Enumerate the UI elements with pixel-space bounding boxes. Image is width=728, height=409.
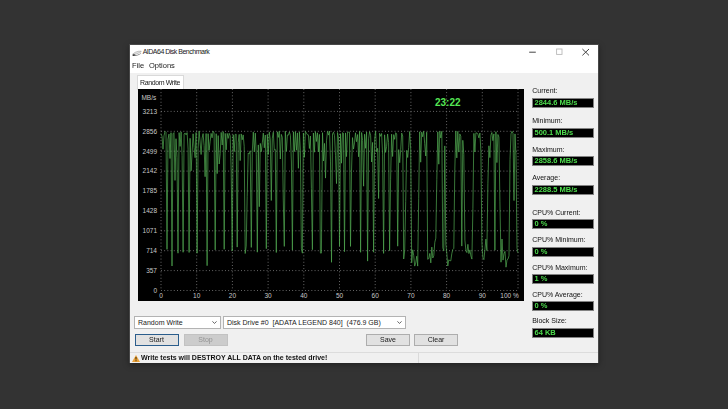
svg-text:0: 0 xyxy=(153,287,157,294)
svg-text:10: 10 xyxy=(193,292,201,299)
svg-text:357: 357 xyxy=(146,267,157,274)
svg-text:30: 30 xyxy=(264,292,272,299)
svg-text:70: 70 xyxy=(407,292,415,299)
svg-text:3213: 3213 xyxy=(142,108,157,115)
svg-text:80: 80 xyxy=(442,292,450,299)
svg-text:100 %: 100 % xyxy=(500,292,519,299)
svg-text:0: 0 xyxy=(159,292,163,299)
svg-text:2499: 2499 xyxy=(142,148,157,155)
svg-text:MB/s: MB/s xyxy=(141,94,157,101)
svg-text:2856: 2856 xyxy=(142,128,157,135)
svg-text:90: 90 xyxy=(478,292,486,299)
svg-text:2142: 2142 xyxy=(142,167,157,174)
svg-text:1071: 1071 xyxy=(142,227,157,234)
svg-text:40: 40 xyxy=(300,292,308,299)
svg-text:23:22: 23:22 xyxy=(435,97,461,108)
svg-text:1428: 1428 xyxy=(142,207,157,214)
svg-text:20: 20 xyxy=(228,292,236,299)
svg-text:1785: 1785 xyxy=(142,187,157,194)
svg-text:60: 60 xyxy=(371,292,379,299)
svg-text:50: 50 xyxy=(335,292,343,299)
svg-text:714: 714 xyxy=(146,247,157,254)
